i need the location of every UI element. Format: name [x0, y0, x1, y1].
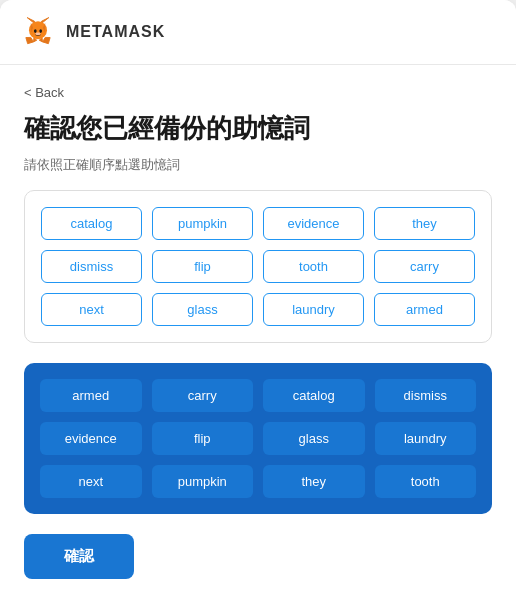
- metamask-logo: [20, 14, 56, 50]
- back-link[interactable]: < Back: [24, 85, 64, 100]
- word-chip-laundry[interactable]: laundry: [263, 293, 364, 326]
- word-selection-box: catalog pumpkin evidence they dismiss fl…: [24, 190, 492, 343]
- selected-words-area: armed carry catalog dismiss evidence fli…: [24, 363, 492, 514]
- top-bar: METAMASK: [0, 0, 516, 65]
- word-chip-next[interactable]: next: [41, 293, 142, 326]
- word-chip-carry[interactable]: carry: [374, 250, 475, 283]
- word-chip-evidence[interactable]: evidence: [263, 207, 364, 240]
- selected-word-carry[interactable]: carry: [152, 379, 254, 412]
- app-name: METAMASK: [66, 23, 165, 41]
- selected-word-pumpkin[interactable]: pumpkin: [152, 465, 254, 498]
- word-chip-armed[interactable]: armed: [374, 293, 475, 326]
- page-subtitle: 請依照正確順序點選助憶詞: [24, 156, 492, 174]
- svg-point-14: [35, 32, 40, 35]
- selected-word-next[interactable]: next: [40, 465, 142, 498]
- selected-word-they[interactable]: they: [263, 465, 365, 498]
- selected-grid: armed carry catalog dismiss evidence fli…: [40, 379, 476, 498]
- selected-word-catalog[interactable]: catalog: [263, 379, 365, 412]
- word-chip-glass[interactable]: glass: [152, 293, 253, 326]
- word-chip-pumpkin[interactable]: pumpkin: [152, 207, 253, 240]
- selected-word-dismiss[interactable]: dismiss: [375, 379, 477, 412]
- word-chip-tooth[interactable]: tooth: [263, 250, 364, 283]
- word-chip-flip[interactable]: flip: [152, 250, 253, 283]
- selected-word-armed[interactable]: armed: [40, 379, 142, 412]
- selected-word-flip[interactable]: flip: [152, 422, 254, 455]
- svg-marker-3: [26, 37, 34, 43]
- word-chip-they[interactable]: they: [374, 207, 475, 240]
- selected-word-laundry[interactable]: laundry: [375, 422, 477, 455]
- svg-point-12: [34, 29, 37, 33]
- word-grid: catalog pumpkin evidence they dismiss fl…: [41, 207, 475, 326]
- selected-word-glass[interactable]: glass: [263, 422, 365, 455]
- main-content: < Back 確認您已經備份的助憶詞 請依照正確順序點選助憶詞 catalog …: [0, 65, 516, 596]
- selected-word-evidence[interactable]: evidence: [40, 422, 142, 455]
- word-chip-dismiss[interactable]: dismiss: [41, 250, 142, 283]
- confirm-button[interactable]: 確認: [24, 534, 134, 579]
- svg-marker-2: [43, 37, 51, 43]
- svg-point-13: [39, 29, 42, 33]
- word-chip-catalog[interactable]: catalog: [41, 207, 142, 240]
- page-title: 確認您已經備份的助憶詞: [24, 112, 492, 146]
- app-frame: METAMASK < Back 確認您已經備份的助憶詞 請依照正確順序點選助憶詞…: [0, 0, 516, 596]
- svg-point-11: [32, 26, 45, 39]
- selected-word-tooth[interactable]: tooth: [375, 465, 477, 498]
